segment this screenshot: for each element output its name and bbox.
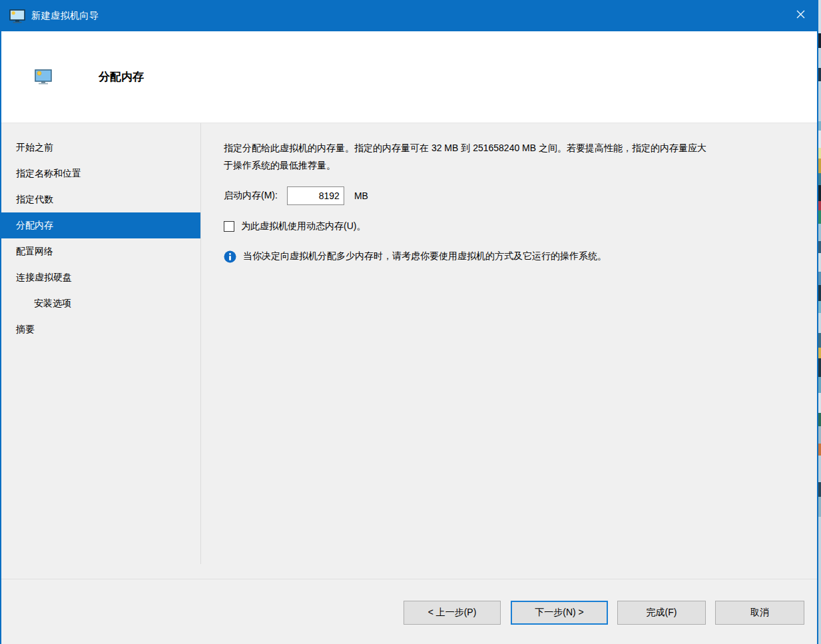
sidebar-item-generation[interactable]: 指定代数 xyxy=(1,186,200,212)
close-button[interactable] xyxy=(789,4,812,27)
sidebar-item-connect-vhd[interactable]: 连接虚拟硬盘 xyxy=(1,264,200,290)
finish-button[interactable]: 完成(F) xyxy=(617,601,706,625)
wizard-header: 分配内存 xyxy=(1,31,817,123)
sidebar-item-installation-options[interactable]: 安装选项 xyxy=(1,290,200,316)
cancel-button[interactable]: 取消 xyxy=(715,601,804,625)
next-button[interactable]: 下一步(N) > xyxy=(511,601,608,625)
sidebar-item-summary[interactable]: 摘要 xyxy=(1,316,200,342)
startup-memory-label: 启动内存(M): xyxy=(224,190,278,202)
memory-info-text: 当你决定向虚拟机分配多少内存时，请考虑你要使用虚拟机的方式及它运行的操作系统。 xyxy=(243,250,607,262)
assign-memory-panel: 指定分配给此虚拟机的内存量。指定的内存量可在 32 MB 到 251658240… xyxy=(201,123,817,579)
close-icon xyxy=(795,9,806,22)
wizard-steps-sidebar: 开始之前 指定名称和位置 指定代数 分配内存 配置网络 连接虚拟硬盘 安装选项 … xyxy=(1,123,200,579)
sidebar-item-assign-memory[interactable]: 分配内存 xyxy=(1,212,200,238)
titlebar[interactable]: 新建虚拟机向导 xyxy=(1,0,817,31)
memory-description-line1: 指定分配给此虚拟机的内存量。指定的内存量可在 32 MB 到 251658240… xyxy=(224,139,798,157)
previous-button[interactable]: < 上一步(P) xyxy=(404,601,501,625)
wizard-footer: < 上一步(P) 下一步(N) > 完成(F) 取消 xyxy=(1,579,817,643)
startup-memory-row: 启动内存(M): MB xyxy=(224,186,798,205)
vm-monitor-icon xyxy=(35,69,52,85)
startup-memory-unit: MB xyxy=(354,190,368,201)
info-icon xyxy=(224,250,236,265)
sidebar-item-configure-networking[interactable]: 配置网络 xyxy=(1,238,200,264)
vm-monitor-icon xyxy=(9,8,25,24)
memory-info-note: 当你决定向虚拟机分配多少内存时，请考虑你要使用虚拟机的方式及它运行的操作系统。 xyxy=(224,250,798,265)
memory-description-line2: 于操作系统的最低推荐量。 xyxy=(224,157,798,174)
dynamic-memory-checkbox[interactable] xyxy=(224,221,234,232)
new-vm-wizard-window: 新建虚拟机向导 分配内存 开始之前 指定名称和位置 指定代 xyxy=(0,0,818,644)
page-title: 分配内存 xyxy=(99,69,144,85)
startup-memory-input[interactable] xyxy=(287,186,344,205)
dynamic-memory-row: 为此虚拟机使用动态内存(U)。 xyxy=(224,220,798,232)
background-edge-strip xyxy=(818,0,821,644)
window-title: 新建虚拟机向导 xyxy=(31,10,99,22)
sidebar-item-before-you-begin[interactable]: 开始之前 xyxy=(1,135,200,161)
dynamic-memory-label[interactable]: 为此虚拟机使用动态内存(U)。 xyxy=(241,220,366,232)
sidebar-item-name-location[interactable]: 指定名称和位置 xyxy=(1,161,200,186)
wizard-body: 开始之前 指定名称和位置 指定代数 分配内存 配置网络 连接虚拟硬盘 安装选项 … xyxy=(1,123,817,579)
